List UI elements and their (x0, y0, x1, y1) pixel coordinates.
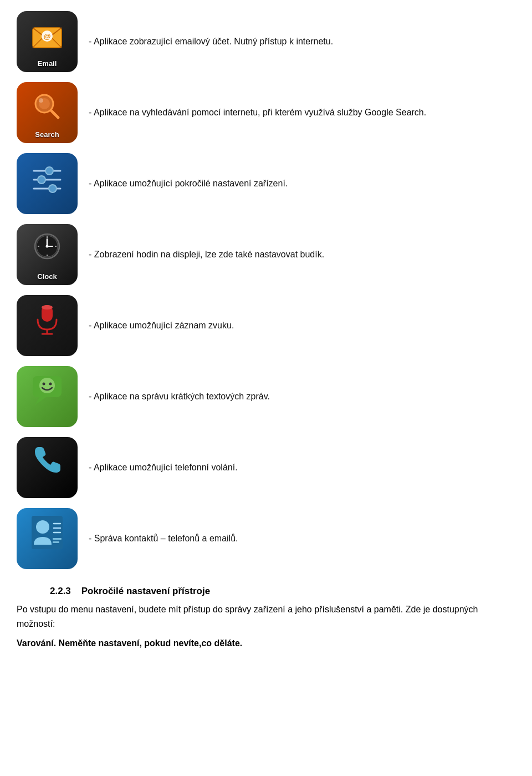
warning-text: Varování. Neměňte nastavení, pokud nevít… (17, 636, 515, 651)
settings-icon-container (17, 153, 78, 214)
email-row: @ Email - Aplikace zobrazující emailový … (17, 11, 515, 72)
contacts-row: - Správa kontaktů – telefonů a emailů. (17, 508, 515, 569)
svg-rect-25 (42, 305, 53, 310)
svg-point-10 (45, 167, 53, 175)
phone-row: - Aplikace umožňující telefonní volání. (17, 437, 515, 498)
svg-marker-29 (35, 397, 46, 405)
svg-point-31 (43, 383, 45, 386)
email-label: Email (38, 59, 57, 68)
section-title: 2.2.3 Pokročilé nastavení přístroje (50, 586, 515, 597)
email-icon: @ Email (17, 11, 78, 72)
svg-point-14 (49, 185, 57, 192)
svg-point-12 (38, 176, 45, 184)
sms-description: - Aplikace na správu krátkých textových … (89, 390, 515, 403)
voice-description: - Aplikace umožňující záznam zvuku. (89, 319, 515, 332)
svg-point-30 (39, 378, 55, 393)
svg-point-32 (49, 383, 52, 386)
voice-row: - Aplikace umožňující záznam zvuku. (17, 295, 515, 356)
settings-description: - Aplikace umožňující pokročilé nastaven… (89, 177, 515, 190)
phone-icon-container (17, 437, 78, 498)
section-body: Po vstupu do menu nastavení, budete mít … (17, 602, 515, 631)
clock-icon-container: Clock (17, 224, 78, 285)
clock-description: - Zobrazení hodin na displeji, lze zde t… (89, 248, 515, 261)
clock-label: Clock (37, 272, 57, 281)
sms-row: - Aplikace na správu krátkých textových … (17, 366, 515, 427)
svg-rect-39 (53, 541, 59, 543)
svg-point-7 (39, 98, 43, 103)
svg-text:@: @ (44, 32, 51, 40)
section-223: 2.2.3 Pokročilé nastavení přístroje Po v… (17, 586, 515, 651)
voice-icon-container (17, 295, 78, 356)
sms-icon-container (17, 366, 78, 427)
svg-point-23 (46, 245, 49, 248)
contacts-icon-container (17, 508, 78, 569)
settings-row: - Aplikace umožňující pokročilé nastaven… (17, 153, 515, 214)
search-icon-container: Search (17, 82, 78, 143)
svg-rect-38 (53, 538, 62, 540)
phone-description: - Aplikace umožňující telefonní volání. (89, 461, 515, 474)
search-description: - Aplikace na vyhledávání pomocí interne… (89, 106, 515, 119)
email-description: - Aplikace zobrazující emailový účet. Nu… (89, 35, 515, 48)
svg-point-34 (36, 520, 49, 534)
contacts-description: - Správa kontaktů – telefonů a emailů. (89, 532, 515, 545)
search-label: Search (35, 130, 59, 139)
search-row: Search - Aplikace na vyhledávání pomocí … (17, 82, 515, 143)
svg-line-8 (51, 110, 58, 118)
clock-row: Clock - Zobrazení hodin na displeji, lze… (17, 224, 515, 285)
